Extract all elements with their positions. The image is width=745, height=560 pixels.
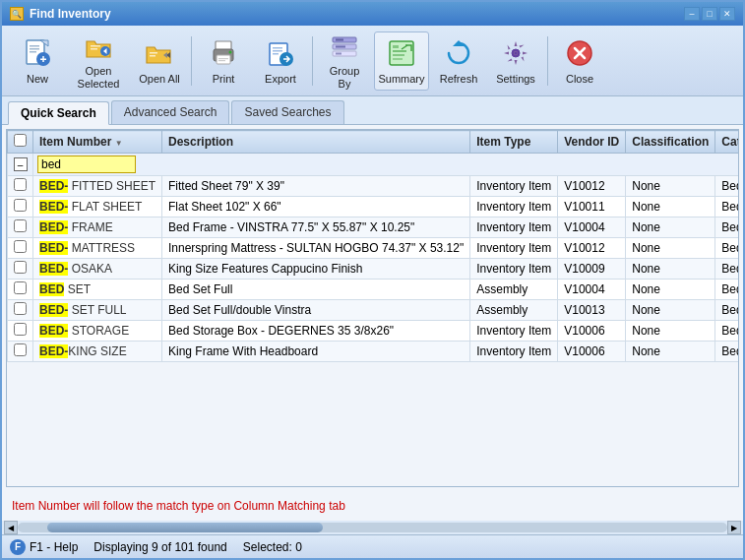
- print-button[interactable]: Print: [196, 31, 251, 91]
- item-type-cell: Inventory Item: [470, 176, 558, 197]
- open-selected-icon: [81, 31, 116, 63]
- search-input[interactable]: [37, 156, 136, 173]
- scroll-right-button[interactable]: ▶: [727, 521, 741, 534]
- summary-button[interactable]: Summary: [374, 31, 429, 91]
- table-header-row: Item Number ▼ Description Item Type Vend…: [8, 131, 740, 154]
- item-type-cell: Inventory Item: [470, 259, 558, 280]
- item-type-cell: Inventory Item: [470, 238, 558, 259]
- row-checkbox[interactable]: [14, 302, 27, 315]
- description-cell: Flat Sheet 102" X 66": [162, 197, 470, 218]
- svg-rect-20: [273, 47, 282, 49]
- item-number-rest: FITTED SHEET: [68, 179, 155, 193]
- new-button[interactable]: New: [10, 31, 65, 91]
- item-number-rest: KING SIZE: [68, 344, 126, 358]
- selected-text: Selected: 0: [243, 540, 302, 554]
- tab-advanced-search[interactable]: Advanced Search: [111, 100, 230, 124]
- row-checkbox[interactable]: [14, 219, 27, 232]
- select-all-checkbox[interactable]: [14, 134, 27, 147]
- separator-1: [191, 36, 192, 86]
- classification-cell: None: [626, 321, 715, 342]
- expand-button[interactable]: –: [14, 157, 28, 171]
- item-number-highlight: BED-: [39, 241, 68, 255]
- header-checkbox[interactable]: [8, 131, 33, 154]
- window-title: Find Inventory: [30, 7, 111, 21]
- svg-rect-33: [393, 54, 404, 56]
- svg-point-18: [229, 51, 232, 54]
- row-checkbox[interactable]: [14, 240, 27, 253]
- open-all-button[interactable]: Open All: [132, 31, 187, 91]
- row-checkbox[interactable]: [14, 178, 27, 191]
- header-item-type[interactable]: Item Type: [470, 131, 558, 154]
- header-description[interactable]: Description: [162, 131, 470, 154]
- sort-icon: ▼: [115, 139, 123, 148]
- item-number-highlight: BED: [39, 282, 64, 296]
- h-scrollbar-track[interactable]: [18, 523, 727, 532]
- maximize-button[interactable]: □: [702, 7, 717, 21]
- summary-label: Summary: [378, 73, 424, 85]
- item-number-rest: OSAKA: [68, 262, 112, 276]
- row-checkbox-cell: [8, 176, 33, 197]
- group-by-button[interactable]: Group By: [317, 31, 372, 91]
- row-checkbox[interactable]: [14, 261, 27, 274]
- row-checkbox[interactable]: [14, 281, 27, 294]
- h-scrollbar-thumb[interactable]: [47, 523, 323, 532]
- scroll-left-button[interactable]: ◀: [4, 521, 18, 534]
- group-by-icon: [327, 31, 362, 63]
- row-checkbox-cell: [8, 259, 33, 280]
- refresh-button[interactable]: Refresh: [431, 31, 486, 91]
- item-number-rest: SET: [64, 282, 91, 296]
- item-number-rest: STORAGE: [68, 324, 129, 338]
- category-cell: Bedroom: [715, 300, 739, 321]
- row-checkbox-cell: [8, 300, 33, 321]
- settings-button[interactable]: Settings: [488, 31, 543, 91]
- close-toolbar-button[interactable]: Close: [552, 31, 607, 91]
- table-row: BED- MATTRESSInnerspring Mattress - SULT…: [8, 238, 740, 259]
- vendor-id-cell: V10009: [558, 259, 626, 280]
- item-number-cell: BED- OSAKA: [33, 259, 162, 280]
- open-all-icon: [142, 36, 177, 72]
- help-icon: F: [10, 539, 26, 555]
- category-cell: Bedroom: [715, 197, 739, 218]
- item-type-cell: Inventory Item: [470, 342, 558, 362]
- category-cell: Bedroom: [715, 259, 739, 280]
- vendor-id-cell: V10006: [558, 321, 626, 342]
- table-row: BED- STORAGEBed Storage Box - DEGERNES 3…: [8, 321, 740, 342]
- svg-point-38: [515, 52, 518, 55]
- header-classification[interactable]: Classification: [626, 131, 715, 154]
- item-number-cell: BED- MATTRESS: [33, 238, 162, 259]
- item-number-cell: BED- FLAT SHEET: [33, 197, 162, 218]
- group-by-label: Group By: [322, 65, 367, 89]
- table-row: BED-KING SIZEKing Frame With HeadboardIn…: [8, 342, 740, 362]
- row-checkbox-cell: [8, 197, 33, 218]
- close-icon: [562, 36, 597, 72]
- row-checkbox[interactable]: [14, 199, 27, 212]
- close-button[interactable]: ✕: [719, 7, 735, 21]
- item-number-highlight: BED-: [39, 303, 68, 317]
- minimize-button[interactable]: –: [684, 7, 700, 21]
- svg-rect-1: [30, 45, 39, 47]
- row-checkbox[interactable]: [14, 323, 27, 336]
- svg-rect-12: [150, 55, 155, 57]
- header-category[interactable]: Category: [715, 131, 739, 154]
- header-vendor-id[interactable]: Vendor ID: [558, 131, 626, 154]
- svg-rect-22: [273, 53, 279, 55]
- open-all-label: Open All: [139, 73, 180, 85]
- open-selected-button[interactable]: Open Selected: [67, 31, 130, 91]
- export-button[interactable]: Export: [253, 31, 308, 91]
- row-checkbox-cell: [8, 218, 33, 238]
- header-item-number[interactable]: Item Number ▼: [33, 131, 162, 154]
- tab-quick-search[interactable]: Quick Search: [8, 101, 109, 125]
- svg-rect-11: [150, 52, 157, 54]
- tab-saved-searches[interactable]: Saved Searches: [231, 100, 343, 124]
- export-label: Export: [265, 73, 296, 85]
- description-cell: Bed Storage Box - DEGERNES 35 3/8x26": [162, 321, 470, 342]
- print-label: Print: [213, 73, 235, 85]
- row-checkbox[interactable]: [14, 343, 27, 356]
- category-cell: Bedroom: [715, 218, 739, 238]
- item-number-rest: FLAT SHEET: [68, 200, 142, 214]
- item-number-rest: MATTRESS: [68, 241, 135, 255]
- refresh-label: Refresh: [440, 73, 478, 85]
- item-number-rest: FRAME: [68, 220, 112, 234]
- row-checkbox-cell: [8, 238, 33, 259]
- search-cell: [33, 154, 740, 176]
